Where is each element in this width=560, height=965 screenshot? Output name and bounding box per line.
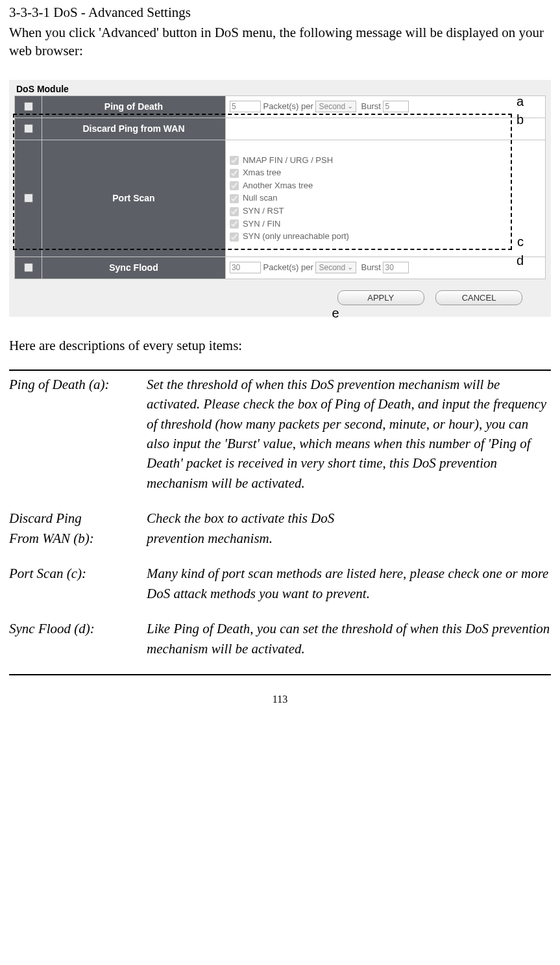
desc-label-discard-1: Discard Ping xyxy=(9,510,82,526)
desc-label-portscan: Port Scan (c): xyxy=(9,564,147,603)
checkbox-ping-of-death[interactable] xyxy=(24,102,33,111)
port-scan-options-list: NMAP FIN / URG / PSH Xmas tree Another X… xyxy=(230,154,541,243)
value-discard-ping xyxy=(225,118,545,140)
sync-burst-input[interactable] xyxy=(383,262,409,273)
pod-burst-input[interactable] xyxy=(383,101,409,112)
ps-opt-4: SYN / RST xyxy=(243,206,284,216)
desc-label-pod: Ping of Death (a): xyxy=(9,375,147,494)
page-number: 113 xyxy=(9,694,551,705)
annotation-b: b xyxy=(517,112,524,127)
section-heading: 3-3-3-1 DoS - Advanced Settings xyxy=(9,5,551,21)
cancel-button[interactable]: CANCEL xyxy=(435,290,522,305)
value-port-scan: NMAP FIN / URG / PSH Xmas tree Another X… xyxy=(225,140,545,257)
checkbox-ps-3[interactable] xyxy=(230,194,239,203)
label-discard-ping: Discard Ping from WAN xyxy=(42,118,226,140)
checkbox-port-scan[interactable] xyxy=(24,194,33,203)
desc-label-sync: Sync Flood (d): xyxy=(9,619,147,658)
value-sync-flood: Packet(s) per Second Burst xyxy=(225,257,545,279)
checkbox-ps-2[interactable] xyxy=(230,181,239,190)
ps-opt-1: Xmas tree xyxy=(243,168,281,177)
row-port-scan: Port Scan NMAP FIN / URG / PSH Xmas tree… xyxy=(15,140,546,257)
row-discard-ping: Discard Ping from WAN xyxy=(15,118,546,140)
checkbox-ps-5[interactable] xyxy=(230,219,239,229)
row-sync-flood: Sync Flood Packet(s) per Second Burst xyxy=(15,257,546,279)
button-row: APPLY CANCEL e xyxy=(14,288,546,305)
annotation-e: e xyxy=(332,306,339,321)
checkbox-discard-ping[interactable] xyxy=(24,124,33,133)
ps-opt-0: NMAP FIN / URG / PSH xyxy=(243,155,333,165)
desc-label-discard-2: From WAN (b): xyxy=(9,531,94,546)
annotation-a: a xyxy=(517,94,524,109)
checkbox-sync-flood[interactable] xyxy=(24,263,33,272)
descriptions-intro: Here are descriptions of every setup ite… xyxy=(9,338,551,354)
apply-button[interactable]: APPLY xyxy=(337,290,424,305)
desc-ping-of-death: Ping of Death (a): Set the threshold of … xyxy=(9,375,551,494)
pod-unit-select[interactable]: Second xyxy=(315,101,356,112)
label-ping-of-death: Ping of Death xyxy=(42,95,226,118)
desc-text-discard-1: Check the box to activate this DoS xyxy=(147,510,334,526)
ps-opt-3: Null scan xyxy=(243,193,277,203)
annotation-d: d xyxy=(517,253,524,268)
desc-text-pod: Set the threshold of when this DoS preve… xyxy=(147,375,551,494)
dos-module-panel: DoS Module Ping of Death Packet(s) per S… xyxy=(9,80,551,317)
desc-text-discard: Check the box to activate this DoS preve… xyxy=(147,508,551,548)
ps-opt-5: SYN / FIN xyxy=(243,219,281,229)
sync-packets-input[interactable] xyxy=(230,262,261,273)
checkbox-ps-6[interactable] xyxy=(230,232,239,242)
ps-opt-6: SYN (only unreachable port) xyxy=(243,231,349,241)
desc-port-scan: Port Scan (c): Many kind of port scan me… xyxy=(9,564,551,603)
desc-text-discard-2: prevention mechanism. xyxy=(147,531,273,546)
value-ping-of-death: Packet(s) per Second Burst xyxy=(225,95,545,118)
pod-packets-per-text: Packet(s) per xyxy=(263,101,313,111)
top-separator xyxy=(9,370,551,371)
sync-packets-per-text: Packet(s) per xyxy=(263,262,313,272)
checkbox-ps-1[interactable] xyxy=(230,169,239,178)
desc-text-sync: Like Ping of Death, you can set the thre… xyxy=(147,619,551,658)
desc-discard-ping: Discard Ping From WAN (b): Check the box… xyxy=(9,508,551,548)
label-sync-flood: Sync Flood xyxy=(42,257,226,279)
checkbox-ps-0[interactable] xyxy=(230,156,239,165)
sync-unit-select[interactable]: Second xyxy=(315,262,356,273)
module-title: DoS Module xyxy=(14,84,546,94)
label-port-scan: Port Scan xyxy=(42,140,226,257)
desc-label-discard: Discard Ping From WAN (b): xyxy=(9,508,147,548)
ps-opt-2: Another Xmas tree xyxy=(243,181,313,190)
annotation-c: c xyxy=(517,234,524,249)
dos-settings-table: Ping of Death Packet(s) per Second Burst… xyxy=(14,95,546,279)
pod-packets-input[interactable] xyxy=(230,101,261,112)
bottom-separator xyxy=(9,674,551,675)
desc-text-portscan: Many kind of port scan methods are liste… xyxy=(147,564,551,603)
desc-sync-flood: Sync Flood (d): Like Ping of Death, you … xyxy=(9,619,551,658)
sync-burst-label: Burst xyxy=(361,262,380,272)
pod-burst-label: Burst xyxy=(361,101,380,111)
row-ping-of-death: Ping of Death Packet(s) per Second Burst xyxy=(15,95,546,118)
intro-text: When you click 'Advanced' button in DoS … xyxy=(9,23,551,60)
checkbox-ps-4[interactable] xyxy=(230,207,239,216)
